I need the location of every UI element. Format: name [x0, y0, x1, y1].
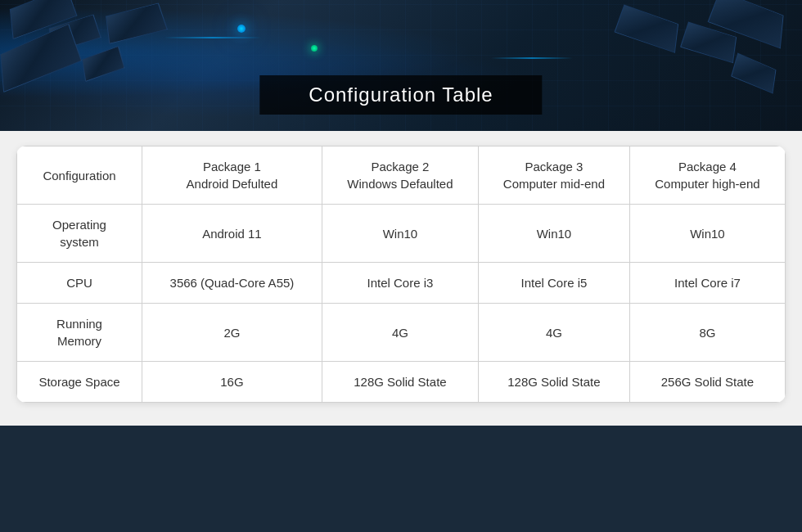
header-package4: Package 4 Computer high-end — [629, 147, 785, 205]
cell-cpu-pkg4: Intel Core i7 — [629, 263, 785, 304]
configuration-table: Configuration Package 1 Android Defulted… — [16, 146, 786, 403]
header-package1: Package 1 Android Defulted — [142, 147, 322, 205]
table-row: Storage Space 16G 128G Solid State 128G … — [17, 362, 786, 403]
label-running-memory: Running Memory — [17, 304, 142, 362]
cell-storage-pkg3: 128G Solid State — [479, 362, 630, 403]
header-package2: Package 2 Windows Defaulted — [322, 147, 478, 205]
cell-os-pkg3: Win10 — [479, 205, 630, 263]
table-header-row: Configuration Package 1 Android Defulted… — [17, 147, 786, 205]
cell-cpu-pkg2: Intel Core i3 — [322, 263, 478, 304]
cell-storage-pkg2: 128G Solid State — [322, 362, 478, 403]
table-row: CPU 3566 (Quad-Core A55) Intel Core i3 I… — [17, 263, 786, 304]
cell-ram-pkg2: 4G — [322, 304, 478, 362]
cell-ram-pkg3: 4G — [479, 304, 630, 362]
hero-section: Configuration Table — [0, 0, 802, 131]
page-title: Configuration Table — [259, 75, 542, 115]
cell-storage-pkg1: 16G — [142, 362, 322, 403]
cell-ram-pkg1: 2G — [142, 304, 322, 362]
table-row: Operating system Android 11 Win10 Win10 … — [17, 205, 786, 263]
cell-os-pkg4: Win10 — [629, 205, 785, 263]
cell-ram-pkg4: 8G — [629, 304, 785, 362]
label-operating-system: Operating system — [17, 205, 142, 263]
header-configuration: Configuration — [17, 147, 142, 205]
table-section: Configuration Package 1 Android Defulted… — [0, 131, 802, 426]
label-cpu: CPU — [17, 263, 142, 304]
cell-storage-pkg4: 256G Solid State — [629, 362, 785, 403]
cell-os-pkg2: Win10 — [322, 205, 478, 263]
cell-cpu-pkg1: 3566 (Quad-Core A55) — [142, 263, 322, 304]
cell-os-pkg1: Android 11 — [142, 205, 322, 263]
table-row: Running Memory 2G 4G 4G 8G — [17, 304, 786, 362]
label-storage: Storage Space — [17, 362, 142, 403]
cell-cpu-pkg3: Intel Core i5 — [479, 263, 630, 304]
header-package3: Package 3 Computer mid-end — [479, 147, 630, 205]
